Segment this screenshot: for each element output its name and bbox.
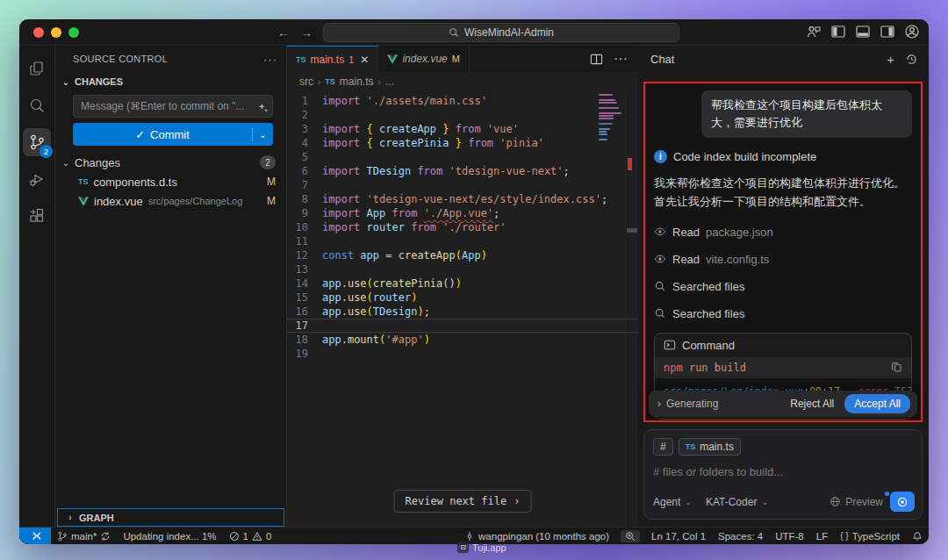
- notification-dot: [885, 492, 889, 496]
- close-tab-icon[interactable]: ✕: [360, 54, 369, 66]
- tool-target: package.json: [706, 226, 773, 239]
- chevron-right-icon: ›: [65, 513, 75, 522]
- agent-icon[interactable]: [806, 24, 822, 39]
- tool-call-row[interactable]: Readpackage.json: [654, 226, 912, 239]
- source-control-panel: SOURCE CONTROL ··· ⌄ CHANGES ✓Commit ⌄ ⌄: [55, 46, 287, 527]
- zoom-indicator[interactable]: [621, 530, 640, 542]
- scrollbar-handle[interactable]: [627, 228, 637, 233]
- accept-all-button[interactable]: Accept All: [844, 394, 910, 413]
- copy-icon[interactable]: [891, 362, 902, 373]
- add-context-chip[interactable]: #: [653, 438, 673, 456]
- graph-section-header[interactable]: › GRAPH: [57, 508, 284, 527]
- git-branch-status[interactable]: main*: [51, 531, 117, 542]
- tool-call-list: Readpackage.jsonReadvite.config.tsSearch…: [654, 226, 912, 320]
- preview-toggle[interactable]: Preview: [830, 496, 883, 508]
- notifications-bell[interactable]: [906, 531, 929, 542]
- record-icon: [896, 496, 908, 508]
- forward-arrow-icon[interactable]: →: [300, 25, 312, 40]
- reject-all-button[interactable]: Reject All: [790, 398, 834, 410]
- braces-icon: { }: [840, 531, 848, 541]
- code-line: 9import App from './App.vue';: [287, 206, 638, 220]
- code-editor[interactable]: 1import './assets/main.css'23import { cr…: [287, 91, 638, 527]
- file-name: index.vue: [94, 195, 143, 208]
- changes-section-header[interactable]: ⌄ CHANGES: [55, 72, 286, 91]
- scm-changes-badge: 2: [40, 145, 53, 158]
- minimize-window-button[interactable]: [51, 27, 61, 38]
- vscode-window: ← → WiseMindAI-Admin: [19, 19, 929, 544]
- indentation-status[interactable]: Spaces: 4: [712, 531, 769, 542]
- commit-dropdown-chevron[interactable]: ⌄: [252, 127, 273, 141]
- agent-mode-select[interactable]: Agent⌄: [653, 496, 692, 508]
- tool-call-row[interactable]: Searched files: [654, 307, 912, 320]
- changes-group-row[interactable]: ⌄ Changes 2: [55, 153, 286, 172]
- chat-panel: Chat + 帮我检查这个项目构建后包体积太大，需要进行优化 i Code in…: [638, 46, 929, 527]
- extensions-icon[interactable]: [23, 202, 51, 230]
- tab-main-ts[interactable]: TS main.ts 1 ✕: [287, 46, 378, 72]
- git-blame-status[interactable]: wangpingan (10 months ago): [458, 531, 615, 542]
- changed-file-row[interactable]: index.vuesrc/pages/ChangeLogM: [55, 191, 286, 211]
- sync-icon: [100, 531, 111, 542]
- editor-scrollbar[interactable]: [625, 91, 638, 527]
- chat-input-box[interactable]: # TS main.ts # files or folders to build…: [643, 429, 923, 520]
- search-icon: [449, 27, 459, 38]
- source-control-icon[interactable]: 2: [23, 128, 51, 156]
- desktop-background: ← → WiseMindAI-Admin: [0, 0, 948, 560]
- generating-status[interactable]: › Generating: [657, 398, 790, 410]
- typescript-icon: TS: [325, 77, 335, 86]
- chat-input-placeholder[interactable]: # files or folders to build...: [653, 465, 913, 478]
- language-status[interactable]: { } TypeScript: [834, 531, 906, 542]
- editor-more-actions-icon[interactable]: ···: [614, 51, 628, 67]
- tool-call-row[interactable]: Readvite.config.ts: [654, 253, 912, 266]
- terminal-icon: [664, 339, 676, 351]
- command-card-header[interactable]: Command: [655, 334, 911, 357]
- command-center-search[interactable]: WiseMindAI-Admin: [323, 23, 679, 42]
- editor-group: TS main.ts 1 ✕ index.vue M ···: [287, 46, 638, 527]
- tab-modified-badge: M: [452, 54, 460, 64]
- indexing-status[interactable]: Updating index... 1%: [117, 531, 222, 542]
- tab-index-vue[interactable]: index.vue M: [378, 46, 470, 72]
- model-select[interactable]: KAT-Coder⌄: [706, 496, 768, 508]
- send-button[interactable]: [890, 492, 915, 512]
- sparkle-icon[interactable]: [258, 103, 269, 113]
- code-line: 1import './assets/main.css': [287, 94, 638, 108]
- remote-indicator[interactable]: [19, 528, 51, 544]
- search-icon: [654, 307, 666, 319]
- encoding-status[interactable]: UTF-8: [769, 531, 810, 542]
- breadcrumb[interactable]: src› TS main.ts› ...: [287, 72, 638, 91]
- explorer-icon[interactable]: [23, 54, 51, 83]
- search-view-icon[interactable]: [23, 91, 51, 119]
- layout-sidebar-left-icon[interactable]: [830, 24, 846, 39]
- commit-message-input[interactable]: [73, 95, 273, 118]
- layout-panel-bottom-icon[interactable]: [855, 24, 871, 39]
- chat-title: Chat: [650, 53, 674, 66]
- code-line: 3import { createApp } from 'vue': [287, 122, 638, 136]
- account-icon[interactable]: [904, 24, 920, 39]
- commit-icon: [464, 531, 475, 542]
- more-actions-icon[interactable]: ···: [263, 53, 277, 66]
- eol-status[interactable]: LF: [810, 531, 834, 542]
- layout-sidebar-right-icon[interactable]: [880, 24, 895, 39]
- problems-status[interactable]: 1 0: [223, 531, 278, 542]
- close-window-button[interactable]: [33, 27, 44, 38]
- watermark-label: Tuji.app: [472, 542, 506, 553]
- code-line: 8import 'tdesign-vue-next/es/style/index…: [287, 192, 638, 206]
- workspace-title: WiseMindAI-Admin: [464, 26, 554, 39]
- maximize-window-button[interactable]: [68, 27, 79, 38]
- tool-call-row[interactable]: Searched files: [654, 280, 912, 293]
- file-context-chip[interactable]: TS main.ts: [679, 438, 741, 456]
- cursor-position-status[interactable]: Ln 17, Col 1: [645, 531, 712, 542]
- back-arrow-icon[interactable]: ←: [277, 25, 290, 40]
- changed-file-row[interactable]: TScomponents.d.tsM: [55, 172, 286, 191]
- split-editor-icon[interactable]: [590, 53, 603, 66]
- check-icon: ✓: [135, 128, 145, 141]
- new-chat-icon[interactable]: +: [887, 52, 894, 67]
- tool-target: vite.config.ts: [706, 253, 769, 266]
- history-icon[interactable]: [905, 53, 918, 66]
- sidebar-title: SOURCE CONTROL: [73, 54, 263, 64]
- review-next-file-button[interactable]: Review next file›: [394, 490, 532, 513]
- run-debug-icon[interactable]: [23, 165, 51, 193]
- code-line: 4import { createPinia } from 'pinia': [287, 136, 638, 150]
- minimap[interactable]: [599, 94, 623, 144]
- commit-button[interactable]: ✓Commit ⌄: [73, 123, 273, 146]
- assistant-message: 我来帮你检查这个项目的构建包体积并进行优化。首先让我分析一下项目的结构和配置文件…: [654, 175, 912, 212]
